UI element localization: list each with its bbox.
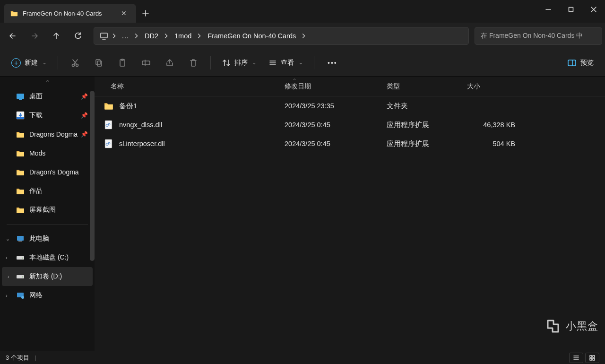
sidebar-drive[interactable]: ›新加卷 (D:) xyxy=(2,267,93,286)
chevron-right-icon[interactable] xyxy=(112,34,117,38)
paste-button[interactable] xyxy=(112,53,133,72)
separator xyxy=(7,224,88,225)
pin-icon: 📌 xyxy=(81,112,88,119)
window-tab[interactable]: FrameGen On Non-40 Cards ✕ xyxy=(4,4,136,23)
file-date: 2024/3/25 0:45 xyxy=(285,140,387,147)
svg-rect-22 xyxy=(568,60,576,66)
chevron-down-icon[interactable]: ⌄ xyxy=(6,236,10,242)
column-resize-icon[interactable]: ⌃ xyxy=(292,78,297,84)
toolbar: + 新建 ⌄ 排序 ⌄ 查看 ⌄ ••• 预览 xyxy=(0,49,605,77)
drive-icon xyxy=(16,272,25,281)
close-button[interactable] xyxy=(582,0,605,19)
breadcrumb-item[interactable]: FrameGen On Non-40 Cards xyxy=(203,30,301,42)
sidebar-item[interactable]: Mods xyxy=(0,144,95,163)
close-tab-button[interactable]: ✕ xyxy=(118,9,130,18)
file-name: sl.interposer.dll xyxy=(119,140,285,147)
chevron-right-icon[interactable]: › xyxy=(6,293,8,298)
file-type: 文件夹 xyxy=(387,102,467,111)
search-input[interactable]: 在 FrameGen On Non-40 Cards 中 xyxy=(475,27,602,45)
svg-rect-25 xyxy=(590,358,592,360)
svg-rect-17 xyxy=(96,60,100,65)
file-row[interactable]: sl.interposer.dll2024/3/25 0:45应用程序扩展504… xyxy=(95,134,605,153)
dll-icon xyxy=(104,139,113,148)
separator: | xyxy=(35,354,36,361)
sidebar-label: Mods xyxy=(29,149,45,157)
view-button[interactable]: 查看 ⌄ xyxy=(264,56,307,70)
sidebar-item[interactable]: Dragon's Dogma xyxy=(0,163,95,182)
svg-rect-14 xyxy=(101,33,107,38)
chevron-right-icon[interactable] xyxy=(134,34,139,38)
column-name[interactable]: 名称 xyxy=(107,82,285,91)
sidebar-this-pc[interactable]: ⌄ 此电脑 xyxy=(0,229,95,248)
chevron-down-icon: ⌄ xyxy=(299,60,302,65)
file-list: ⌃ 名称 修改日期 类型 大小 备份12024/3/25 23:35文件夹nvn… xyxy=(95,77,605,351)
pc-root-icon[interactable] xyxy=(97,32,111,40)
pin-icon: 📌 xyxy=(81,93,88,100)
file-row[interactable]: 备份12024/3/25 23:35文件夹 xyxy=(95,96,605,115)
sidebar-label: 屏幕截图 xyxy=(29,206,56,214)
sidebar-item[interactable]: 桌面📌 xyxy=(0,87,95,106)
chevron-right-icon[interactable] xyxy=(197,34,202,38)
breadcrumb[interactable]: … DD2 1mod FrameGen On Non-40 Cards xyxy=(94,27,469,45)
file-type: 应用程序扩展 xyxy=(387,139,467,148)
scrollbar[interactable] xyxy=(90,91,95,261)
pin-icon: 📌 xyxy=(81,131,88,138)
minimize-button[interactable] xyxy=(537,0,560,19)
sidebar-label: 网络 xyxy=(29,291,43,300)
sidebar-network[interactable]: › 网络 xyxy=(0,286,95,305)
breadcrumb-item[interactable]: DD2 xyxy=(140,30,163,42)
new-button[interactable]: + 新建 ⌄ xyxy=(7,55,51,70)
copy-button[interactable] xyxy=(88,53,109,72)
watermark-text: 小黑盒 xyxy=(566,319,598,333)
sidebar-item[interactable]: 作品 xyxy=(0,182,95,200)
view-details-button[interactable] xyxy=(569,353,583,363)
refresh-button[interactable] xyxy=(68,26,88,45)
sort-button[interactable]: 排序 ⌄ xyxy=(217,56,261,70)
column-size[interactable]: 大小 xyxy=(467,82,524,91)
sidebar-drive[interactable]: ›本地磁盘 (C:) xyxy=(0,248,95,267)
breadcrumb-item[interactable]: 1mod xyxy=(170,30,196,42)
preview-pane-icon xyxy=(567,58,577,68)
svg-rect-18 xyxy=(97,61,102,66)
window-controls xyxy=(537,0,605,23)
more-button[interactable]: ••• xyxy=(321,56,344,69)
sidebar-label: Dragon's Dogma xyxy=(29,168,79,176)
share-button[interactable] xyxy=(159,53,180,72)
separator xyxy=(58,56,58,69)
view-thumbnails-button[interactable] xyxy=(585,353,599,363)
watermark-logo-icon xyxy=(545,318,562,335)
cut-button[interactable] xyxy=(65,53,86,72)
folder-icon xyxy=(104,101,113,111)
delete-button[interactable] xyxy=(183,53,204,72)
file-size: 504 KB xyxy=(467,140,524,147)
sidebar-label: 下载 xyxy=(29,111,43,120)
file-name: 备份1 xyxy=(119,102,285,111)
pc-icon xyxy=(16,234,25,243)
maximize-button[interactable] xyxy=(560,0,582,19)
breadcrumb-overflow[interactable]: … xyxy=(118,30,133,42)
sidebar-item[interactable]: 屏幕截图 xyxy=(0,200,95,219)
new-tab-button[interactable] xyxy=(136,0,155,23)
chevron-right-icon[interactable] xyxy=(164,34,169,38)
titlebar: FrameGen On Non-40 Cards ✕ xyxy=(0,0,605,23)
forward-button[interactable] xyxy=(25,26,44,45)
back-button[interactable] xyxy=(3,26,23,45)
sidebar-item[interactable]: 下载📌 xyxy=(0,106,95,125)
main-area: ⌃ 桌面📌下载📌Dragons Dogma📌ModsDragon's Dogma… xyxy=(0,77,605,351)
preview-button[interactable]: 预览 xyxy=(562,55,598,70)
file-row[interactable]: nvngx_dlss.dll2024/3/25 0:45应用程序扩展46,328… xyxy=(95,115,605,134)
scroll-up-icon[interactable]: ⌃ xyxy=(0,78,95,87)
rename-button[interactable] xyxy=(136,53,156,72)
sidebar-label: 本地磁盘 (C:) xyxy=(29,253,69,262)
svg-rect-24 xyxy=(593,355,595,357)
chevron-right-icon[interactable]: › xyxy=(8,274,9,279)
up-button[interactable] xyxy=(46,26,66,45)
column-type[interactable]: 类型 xyxy=(387,82,467,91)
chevron-right-icon[interactable]: › xyxy=(6,255,8,260)
chevron-right-icon[interactable] xyxy=(302,34,306,38)
sidebar-item[interactable]: Dragons Dogma📌 xyxy=(0,125,95,144)
folder-icon xyxy=(16,187,25,195)
column-date[interactable]: 修改日期 xyxy=(285,82,387,91)
svg-rect-21 xyxy=(142,61,150,65)
tab-title: FrameGen On Non-40 Cards xyxy=(23,10,102,17)
